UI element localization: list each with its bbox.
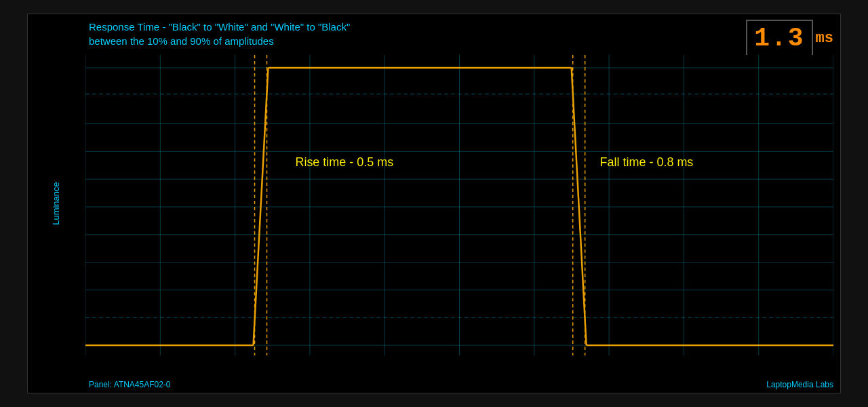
svg-text:Rise time - 0.5  ms: Rise time - 0.5 ms bbox=[295, 155, 393, 169]
brand-label: LaptopMedia Labs bbox=[766, 380, 833, 389]
response-time-value: 1.3 bbox=[746, 20, 812, 57]
svg-text:Fall time - 0.8  ms: Fall time - 0.8 ms bbox=[600, 155, 694, 169]
title-line1: Response Time - "Black" to "White" and "… bbox=[89, 20, 350, 34]
page: Response Time - "Black" to "White" and "… bbox=[0, 0, 868, 407]
chart-svg: Rise time - 0.5 ms Fall time - 0.8 ms 10… bbox=[85, 55, 833, 355]
response-time-unit: ms bbox=[816, 30, 833, 47]
title-line2: between the 10% and 90% of amplitudes bbox=[89, 34, 350, 48]
panel-info: Panel: ATNA45AF02-0 bbox=[89, 380, 171, 389]
y-axis-label: Luminance bbox=[51, 182, 61, 225]
plot-area: Rise time - 0.5 ms Fall time - 0.8 ms 10… bbox=[85, 55, 833, 355]
chart-container: Response Time - "Black" to "White" and "… bbox=[27, 14, 841, 393]
value-display: 1.3 ms bbox=[746, 20, 833, 57]
chart-title: Response Time - "Black" to "White" and "… bbox=[89, 20, 350, 48]
